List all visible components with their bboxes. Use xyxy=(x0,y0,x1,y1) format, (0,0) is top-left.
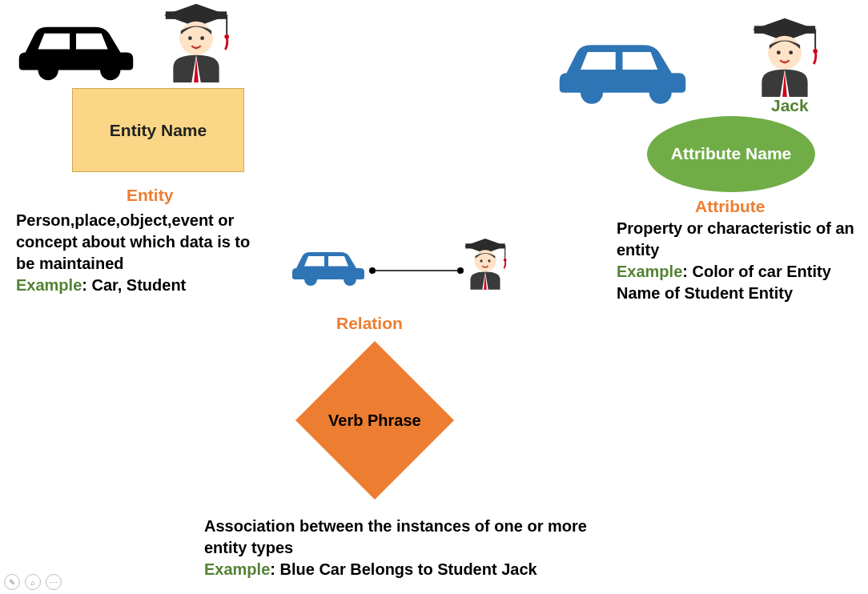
mini-toolbar: ✎ ⌕ ⋯ xyxy=(4,574,62,590)
svg-point-1 xyxy=(102,62,119,79)
car-blue-icon-1 xyxy=(553,24,693,111)
entity-shape-box: Entity Name xyxy=(72,88,244,172)
svg-point-22 xyxy=(305,274,316,285)
svg-point-33 xyxy=(488,259,490,262)
attribute-description: Property or characteristic of an entity xyxy=(617,219,854,259)
attribute-ellipse-label: Attribute Name xyxy=(671,144,792,163)
svg-point-19 xyxy=(789,50,793,54)
tool-pen-icon[interactable]: ✎ xyxy=(4,574,20,590)
svg-point-12 xyxy=(651,83,671,103)
relation-heading: Relation xyxy=(336,314,403,333)
svg-point-18 xyxy=(777,50,781,54)
svg-point-7 xyxy=(188,36,192,40)
car-blue-icon-2 xyxy=(288,240,368,291)
relation-example-text: : Blue Car Belongs to Student Jack xyxy=(270,560,536,578)
tool-more-icon[interactable]: ⋯ xyxy=(46,574,62,590)
attribute-heading: Attribute xyxy=(695,197,766,216)
attribute-person-name: Jack xyxy=(771,96,809,115)
svg-point-8 xyxy=(200,36,204,40)
relation-connector xyxy=(368,263,464,278)
relation-description-block: Association between the instances of one… xyxy=(204,516,605,580)
entity-description: Person,place,object,event or concept abo… xyxy=(16,211,250,272)
svg-point-11 xyxy=(582,83,602,103)
student-icon-2 xyxy=(745,14,825,102)
car-black-icon xyxy=(12,8,140,87)
tool-zoom-icon[interactable]: ⌕ xyxy=(25,574,41,590)
entity-box-label: Entity Name xyxy=(110,121,207,140)
student-icon-3 xyxy=(460,236,510,294)
attribute-shape-ellipse: Attribute Name xyxy=(647,116,815,192)
svg-point-23 xyxy=(344,274,356,285)
relation-diamond-label: Verb Phrase xyxy=(328,411,421,430)
entity-example-text: : Car, Student xyxy=(82,276,186,294)
student-icon-1 xyxy=(156,0,236,87)
svg-point-0 xyxy=(39,62,57,79)
relation-shape-diamond: Verb Phrase xyxy=(295,340,455,500)
relation-example-label: Example xyxy=(204,560,270,578)
entity-example-label: Example xyxy=(16,276,82,294)
relation-description: Association between the instances of one… xyxy=(204,517,587,556)
entity-description-block: Person,place,object,event or concept abo… xyxy=(16,210,264,296)
attribute-description-block: Property or characteristic of an entity … xyxy=(617,218,865,304)
entity-heading: Entity xyxy=(127,186,173,205)
attribute-example-label: Example xyxy=(617,263,682,280)
svg-point-32 xyxy=(480,259,483,262)
